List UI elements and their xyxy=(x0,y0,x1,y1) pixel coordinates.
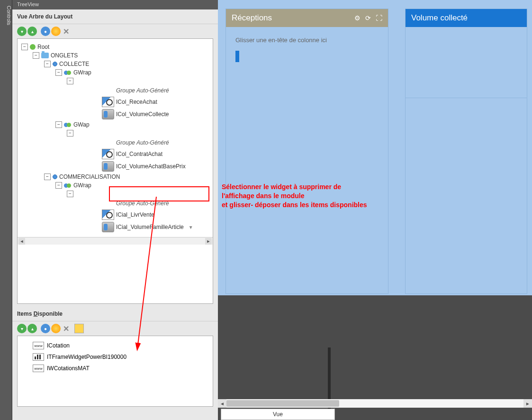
scroll-track[interactable] xyxy=(226,399,523,408)
node-icon xyxy=(30,44,36,50)
scroll-thumb[interactable] xyxy=(226,400,339,407)
db-icon xyxy=(102,222,114,232)
widget-area: Réceptions ⚙ ⟳ ⛶ Glisser une en-tête de … xyxy=(218,0,532,295)
widget-body-receptions[interactable]: Glisser une en-tête de colonne ici xyxy=(226,27,388,72)
group-auto-label-1: Groupe Auto-Généré xyxy=(116,85,209,96)
column-indicator[interactable] xyxy=(235,51,239,62)
bottom-horizontal-scrollbar[interactable]: ◄ ► xyxy=(218,399,532,408)
widget-title: Réceptions xyxy=(232,13,272,23)
toggle-root[interactable]: − xyxy=(21,44,28,50)
add-node-button[interactable]: ● xyxy=(41,27,50,36)
scroll-right-arrow[interactable]: ► xyxy=(523,399,532,408)
widget-title: Volume collecté xyxy=(411,13,468,23)
items-collapse-button[interactable]: ▴ xyxy=(27,324,37,333)
toggle-auto1[interactable]: − xyxy=(67,78,73,84)
node-root[interactable]: Root xyxy=(37,44,49,50)
group-icon xyxy=(64,183,72,188)
toggle-onglets[interactable]: − xyxy=(33,52,39,59)
widget-receptions[interactable]: Réceptions ⚙ ⟳ ⛶ Glisser une en-tête de … xyxy=(225,9,388,294)
items-delete-button[interactable]: ✕ xyxy=(62,324,71,333)
group-icon xyxy=(64,122,72,128)
list-item[interactable]: ITFrameWidgetPowerBI190000 xyxy=(33,351,209,363)
db-icon xyxy=(102,109,114,119)
collapse-all-button[interactable]: ▴ xyxy=(27,27,37,36)
www-icon: www xyxy=(33,342,44,349)
items-expand-button[interactable]: ▾ xyxy=(17,324,27,333)
node-receachat[interactable]: ICol_ReceAchat xyxy=(116,99,157,105)
annotation-line: l'affichage dans le module xyxy=(222,192,397,201)
items-highlight-button[interactable] xyxy=(51,324,61,333)
highlight-button[interactable] xyxy=(51,27,61,36)
scroll-left-arrow[interactable]: ◄ xyxy=(18,238,25,245)
layout-tree-title-text: Vue Arbre du Layout xyxy=(17,13,72,20)
items-toolbar: ▾ ▴ ● ✕ xyxy=(12,321,218,336)
node-livrvente[interactable]: ICial_LivrVente xyxy=(116,211,154,218)
scroll-right-arrow[interactable]: ► xyxy=(205,238,212,245)
refresh-icon[interactable]: ⟳ xyxy=(365,14,371,22)
left-pane: TreeView Vue Arbre du Layout ▾ ▴ ● ✕ −Ro… xyxy=(12,0,218,420)
annotation-line: Sélectionner le widget à supprimer de xyxy=(222,183,397,192)
node-contratachat[interactable]: ICol_ContratAchat xyxy=(116,151,162,157)
node-collecte[interactable]: COLLECTE xyxy=(59,61,89,67)
toggle-gwap[interactable]: − xyxy=(55,121,62,128)
list-item[interactable]: wwwICotation xyxy=(33,340,209,351)
node-icon xyxy=(53,62,57,66)
widget-icon xyxy=(102,210,114,220)
group-icon xyxy=(64,70,72,75)
node-gwap[interactable]: GWap xyxy=(73,121,90,128)
right-pane: Réceptions ⚙ ⟳ ⛶ Glisser une en-tête de … xyxy=(218,0,532,420)
node-volumeachatbaseprix[interactable]: ICol_VolumeAchatBasePrix xyxy=(116,163,186,170)
items-list[interactable]: wwwICotation ITFrameWidgetPowerBI190000 … xyxy=(17,336,213,407)
item-label: IWCotationsMAT xyxy=(47,365,90,372)
node-commercialisation[interactable]: COMMERCIALISATION xyxy=(59,173,120,180)
layout-tree[interactable]: −Root −ONGLETS −COLLECTE −GWrap − Groupe… xyxy=(17,38,213,304)
treeview-header: TreeView xyxy=(12,0,218,9)
widget-icon xyxy=(102,97,114,107)
node-gwrap2[interactable]: GWrap xyxy=(73,182,91,189)
www-icon: www xyxy=(33,365,44,372)
chart-icon xyxy=(33,353,44,361)
widget-volume[interactable]: Volume collecté xyxy=(405,9,527,294)
toggle-commercialisation[interactable]: − xyxy=(44,173,51,180)
scroll-left-arrow[interactable]: ◄ xyxy=(218,399,226,408)
items-panel-title: Items Disponible xyxy=(12,307,218,321)
expand-all-button[interactable]: ▾ xyxy=(17,27,27,36)
layout-tree-title: Vue Arbre du Layout xyxy=(12,9,218,24)
settings-icon[interactable]: ⚙ xyxy=(354,14,361,22)
annotation-line: et glisser- déposer dans les items dispo… xyxy=(222,201,397,210)
delete-node-button[interactable]: ✕ xyxy=(62,27,71,36)
annotation-text: Sélectionner le widget à supprimer de l'… xyxy=(222,183,397,210)
list-item[interactable]: wwwIWCotationsMAT xyxy=(33,363,209,374)
items-extra-button[interactable] xyxy=(74,324,84,333)
items-add-button[interactable]: ● xyxy=(41,324,50,333)
widget-body-volume[interactable] xyxy=(406,27,527,98)
widget-header-volume: Volume collecté xyxy=(406,9,527,27)
toggle-collecte[interactable]: − xyxy=(44,61,51,67)
node-onglets[interactable]: ONGLETS xyxy=(51,52,78,59)
group-auto-label-2: Groupe Auto-Généré xyxy=(116,137,209,148)
widget-header-receptions: Réceptions ⚙ ⟳ ⛶ xyxy=(226,9,388,27)
node-volumefamillearticle[interactable]: ICial_VolumeFamilleArticle xyxy=(116,224,184,230)
folder-icon xyxy=(41,53,49,58)
item-label: ITFrameWidgetPowerBI190000 xyxy=(47,354,126,360)
controls-tab-left[interactable]: Controls xyxy=(0,0,12,420)
node-icon xyxy=(53,174,57,179)
toggle-gwrap2[interactable]: − xyxy=(55,182,62,189)
widget-icon xyxy=(102,149,114,159)
item-label: ICotation xyxy=(47,342,70,349)
node-gwrap1[interactable]: GWrap xyxy=(73,69,91,76)
toggle-auto3[interactable]: − xyxy=(67,191,73,197)
toggle-auto2[interactable]: − xyxy=(67,130,73,137)
vue-tab[interactable]: Vue xyxy=(221,409,335,420)
expand-icon[interactable]: ⛶ xyxy=(376,14,382,22)
tree-toolbar: ▾ ▴ ● ✕ xyxy=(12,24,218,38)
node-volumecollecte[interactable]: ICol_VolumeCollecte xyxy=(116,111,169,118)
db-icon xyxy=(102,161,114,172)
group-auto-label-3: Groupe Auto-Généré xyxy=(116,198,209,209)
tree-horizontal-scrollbar[interactable]: ◄ ► xyxy=(18,237,213,245)
toggle-gwrap1[interactable]: − xyxy=(55,69,62,76)
column-drag-hint: Glisser une en-tête de colonne ici xyxy=(235,37,379,44)
